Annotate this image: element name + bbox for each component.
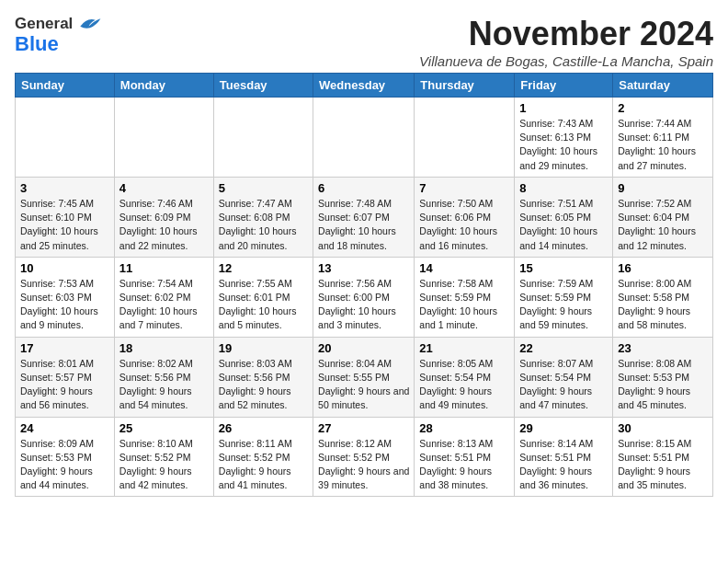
logo: General Blue [15, 15, 104, 55]
day-number: 25 [119, 421, 209, 435]
page-header: General Blue November 2024 Villanueva de… [15, 15, 713, 69]
day-info: Sunrise: 7:45 AMSunset: 6:10 PMDaylight:… [20, 197, 109, 253]
day-info: Sunrise: 7:43 AMSunset: 6:13 PMDaylight:… [519, 117, 608, 173]
calendar-week-row: 10Sunrise: 7:53 AMSunset: 6:03 PMDayligh… [16, 257, 713, 337]
calendar-cell: 18Sunrise: 8:02 AMSunset: 5:56 PMDayligh… [114, 337, 213, 417]
day-number: 21 [419, 341, 509, 355]
calendar-cell: 22Sunrise: 8:07 AMSunset: 5:54 PMDayligh… [515, 337, 613, 417]
day-info: Sunrise: 7:50 AMSunset: 6:06 PMDaylight:… [419, 197, 509, 253]
day-info: Sunrise: 8:08 AMSunset: 5:53 PMDaylight:… [618, 357, 708, 413]
calendar-cell: 27Sunrise: 8:12 AMSunset: 5:52 PMDayligh… [313, 417, 415, 497]
weekday-header-thursday: Thursday [415, 74, 515, 98]
calendar-body: 1Sunrise: 7:43 AMSunset: 6:13 PMDaylight… [16, 98, 713, 497]
calendar-cell: 24Sunrise: 8:09 AMSunset: 5:53 PMDayligh… [16, 417, 115, 497]
day-number: 16 [618, 261, 708, 275]
calendar-cell: 15Sunrise: 7:59 AMSunset: 5:59 PMDayligh… [515, 257, 613, 337]
logo-blue-text: Blue [15, 33, 59, 55]
calendar-cell: 1Sunrise: 7:43 AMSunset: 6:13 PMDaylight… [515, 98, 613, 178]
day-info: Sunrise: 8:01 AMSunset: 5:57 PMDaylight:… [20, 357, 109, 413]
day-number: 18 [119, 341, 209, 355]
calendar-cell [114, 98, 213, 178]
day-number: 11 [119, 261, 209, 275]
calendar-cell: 7Sunrise: 7:50 AMSunset: 6:06 PMDaylight… [415, 177, 515, 257]
calendar-cell: 2Sunrise: 7:44 AMSunset: 6:11 PMDaylight… [613, 98, 713, 178]
location-subtitle: Villanueva de Bogas, Castille-La Mancha,… [419, 53, 713, 69]
calendar-week-row: 17Sunrise: 8:01 AMSunset: 5:57 PMDayligh… [16, 337, 713, 417]
month-title: November 2024 [419, 15, 713, 53]
weekday-header-saturday: Saturday [613, 74, 713, 98]
day-info: Sunrise: 7:58 AMSunset: 5:59 PMDaylight:… [419, 277, 509, 333]
day-number: 29 [519, 421, 608, 435]
day-number: 9 [618, 181, 708, 195]
calendar-cell: 19Sunrise: 8:03 AMSunset: 5:56 PMDayligh… [213, 337, 313, 417]
calendar-cell: 4Sunrise: 7:46 AMSunset: 6:09 PMDaylight… [114, 177, 213, 257]
day-info: Sunrise: 8:12 AMSunset: 5:52 PMDaylight:… [318, 437, 409, 493]
calendar-cell: 11Sunrise: 7:54 AMSunset: 6:02 PMDayligh… [114, 257, 213, 337]
logo-bird-icon [76, 15, 104, 33]
day-number: 1 [519, 101, 608, 115]
day-number: 12 [219, 261, 308, 275]
day-number: 23 [618, 341, 708, 355]
calendar-cell: 5Sunrise: 7:47 AMSunset: 6:08 PMDaylight… [213, 177, 313, 257]
calendar-cell: 16Sunrise: 8:00 AMSunset: 5:58 PMDayligh… [613, 257, 713, 337]
day-number: 19 [219, 341, 308, 355]
day-info: Sunrise: 8:02 AMSunset: 5:56 PMDaylight:… [119, 357, 209, 413]
day-info: Sunrise: 7:54 AMSunset: 6:02 PMDaylight:… [119, 277, 209, 333]
day-number: 15 [519, 261, 608, 275]
day-info: Sunrise: 8:05 AMSunset: 5:54 PMDaylight:… [419, 357, 509, 413]
calendar-cell [415, 98, 515, 178]
day-info: Sunrise: 8:11 AMSunset: 5:52 PMDaylight:… [219, 437, 308, 493]
day-number: 28 [419, 421, 509, 435]
day-info: Sunrise: 7:44 AMSunset: 6:11 PMDaylight:… [618, 117, 708, 173]
day-info: Sunrise: 8:10 AMSunset: 5:52 PMDaylight:… [119, 437, 209, 493]
day-info: Sunrise: 8:03 AMSunset: 5:56 PMDaylight:… [219, 357, 308, 413]
day-number: 13 [318, 261, 409, 275]
day-number: 24 [20, 421, 109, 435]
calendar-cell: 6Sunrise: 7:48 AMSunset: 6:07 PMDaylight… [313, 177, 415, 257]
weekday-header-monday: Monday [114, 74, 213, 98]
calendar-cell: 26Sunrise: 8:11 AMSunset: 5:52 PMDayligh… [213, 417, 313, 497]
day-number: 26 [219, 421, 308, 435]
day-info: Sunrise: 7:51 AMSunset: 6:05 PMDaylight:… [519, 197, 608, 253]
day-info: Sunrise: 8:13 AMSunset: 5:51 PMDaylight:… [419, 437, 509, 493]
calendar-week-row: 24Sunrise: 8:09 AMSunset: 5:53 PMDayligh… [16, 417, 713, 497]
day-info: Sunrise: 7:46 AMSunset: 6:09 PMDaylight:… [119, 197, 209, 253]
day-number: 14 [419, 261, 509, 275]
day-info: Sunrise: 8:09 AMSunset: 5:53 PMDaylight:… [20, 437, 109, 493]
day-number: 10 [20, 261, 109, 275]
day-number: 2 [618, 101, 708, 115]
calendar-week-row: 3Sunrise: 7:45 AMSunset: 6:10 PMDaylight… [16, 177, 713, 257]
day-info: Sunrise: 7:47 AMSunset: 6:08 PMDaylight:… [219, 197, 308, 253]
calendar-cell: 10Sunrise: 7:53 AMSunset: 6:03 PMDayligh… [16, 257, 115, 337]
calendar-table: SundayMondayTuesdayWednesdayThursdayFrid… [15, 73, 713, 497]
weekday-header-wednesday: Wednesday [313, 74, 415, 98]
logo-general-text: General [15, 16, 73, 33]
weekday-header-row: SundayMondayTuesdayWednesdayThursdayFrid… [16, 74, 713, 98]
day-number: 20 [318, 341, 409, 355]
day-number: 8 [519, 181, 608, 195]
calendar-cell: 28Sunrise: 8:13 AMSunset: 5:51 PMDayligh… [415, 417, 515, 497]
weekday-header-tuesday: Tuesday [213, 74, 313, 98]
calendar-cell: 12Sunrise: 7:55 AMSunset: 6:01 PMDayligh… [213, 257, 313, 337]
title-block: November 2024 Villanueva de Bogas, Casti… [419, 15, 713, 69]
day-info: Sunrise: 7:59 AMSunset: 5:59 PMDaylight:… [519, 277, 608, 333]
calendar-week-row: 1Sunrise: 7:43 AMSunset: 6:13 PMDaylight… [16, 98, 713, 178]
day-number: 27 [318, 421, 409, 435]
day-number: 4 [119, 181, 209, 195]
day-number: 6 [318, 181, 409, 195]
calendar-cell: 29Sunrise: 8:14 AMSunset: 5:51 PMDayligh… [515, 417, 613, 497]
calendar-cell: 9Sunrise: 7:52 AMSunset: 6:04 PMDaylight… [613, 177, 713, 257]
calendar-cell [313, 98, 415, 178]
calendar-cell: 30Sunrise: 8:15 AMSunset: 5:51 PMDayligh… [613, 417, 713, 497]
day-number: 17 [20, 341, 109, 355]
day-info: Sunrise: 7:48 AMSunset: 6:07 PMDaylight:… [318, 197, 409, 253]
day-number: 5 [219, 181, 308, 195]
day-number: 22 [519, 341, 608, 355]
day-info: Sunrise: 7:55 AMSunset: 6:01 PMDaylight:… [219, 277, 308, 333]
calendar-cell: 20Sunrise: 8:04 AMSunset: 5:55 PMDayligh… [313, 337, 415, 417]
calendar-cell: 3Sunrise: 7:45 AMSunset: 6:10 PMDaylight… [16, 177, 115, 257]
calendar-cell: 21Sunrise: 8:05 AMSunset: 5:54 PMDayligh… [415, 337, 515, 417]
calendar-cell: 23Sunrise: 8:08 AMSunset: 5:53 PMDayligh… [613, 337, 713, 417]
calendar-cell [16, 98, 115, 178]
day-info: Sunrise: 8:04 AMSunset: 5:55 PMDaylight:… [318, 357, 409, 413]
